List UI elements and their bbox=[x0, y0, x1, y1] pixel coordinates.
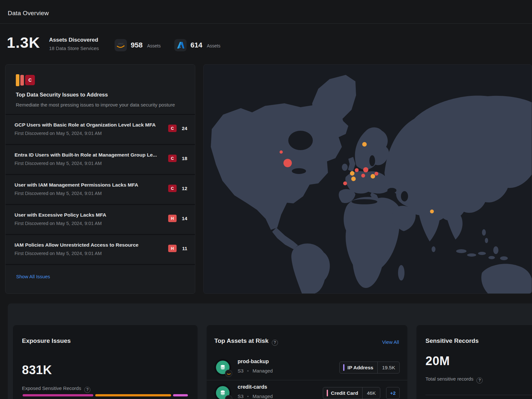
azure-icon bbox=[174, 39, 187, 51]
assets-discovered-value: 1.3K bbox=[7, 34, 40, 51]
dot-separator bbox=[247, 396, 249, 397]
sensitivity-chip[interactable]: IP Address 19.5K bbox=[339, 362, 400, 373]
aws-badge-icon bbox=[225, 370, 232, 377]
show-all-issues-link[interactable]: Show All Issues bbox=[16, 274, 50, 279]
exposure-issues-label: Exposed Sensitive Records? bbox=[22, 385, 90, 393]
asset-subtitle: S3 Managed bbox=[238, 394, 273, 399]
exposure-bar-segment bbox=[95, 394, 171, 396]
severity-badge: C bbox=[168, 155, 177, 162]
issue-count: 12 bbox=[181, 186, 187, 191]
critical-badge-icon: C bbox=[25, 75, 35, 85]
map-marker[interactable] bbox=[362, 142, 367, 147]
map-marker[interactable] bbox=[361, 174, 365, 178]
top-assets-title: Top Assets at Risk? bbox=[214, 337, 278, 346]
chip-accent-bar bbox=[343, 364, 344, 371]
severity-badge: C bbox=[168, 125, 177, 132]
records-divider bbox=[425, 395, 532, 395]
datastore-icon bbox=[214, 359, 231, 376]
asset-row[interactable]: prod-backup S3 Managed IP Address 19.5K bbox=[207, 355, 407, 380]
asset-row[interactable]: credit-cards S3 Managed Credit Card 46K … bbox=[207, 380, 407, 399]
sensitive-records-value: 20M bbox=[425, 354, 450, 368]
more-tags-chip[interactable]: +2 bbox=[386, 387, 400, 399]
chip-count: 19.5K bbox=[377, 362, 399, 373]
exposure-issues-card: Exposure Issues 831K Exposed Sensitive R… bbox=[13, 325, 198, 399]
map-marker[interactable] bbox=[280, 150, 283, 154]
asset-name: prod-backup bbox=[238, 359, 269, 364]
chip-label: Credit Card bbox=[331, 390, 358, 396]
issue-meta: First Discovered on May 5, 2024, 9:01 AM bbox=[15, 131, 168, 136]
help-icon[interactable]: ? bbox=[272, 340, 278, 346]
aws-icon: aws bbox=[115, 39, 127, 51]
azure-assets-unit: Assets bbox=[207, 43, 220, 48]
aws-assets-stat: aws 958 Assets bbox=[115, 39, 161, 51]
aws-badge-icon bbox=[225, 395, 232, 399]
aws-assets-unit: Assets bbox=[147, 43, 161, 48]
assets-discovered-label-block: Assets Discovered 18 Data Store Services bbox=[49, 37, 99, 51]
issue-title: IAM Policies Allow Unrestricted Access t… bbox=[15, 242, 168, 248]
top-issues-card: C Top Data Security Issues to Address Re… bbox=[5, 64, 195, 294]
issue-row[interactable]: GCP Users with Basic Role at Organizatio… bbox=[5, 114, 195, 144]
exposure-issues-value: 831K bbox=[22, 363, 52, 377]
issue-row[interactable]: User with Excessive Policy Lacks MFA Fir… bbox=[5, 204, 195, 234]
top-issues-footer: Show All Issues bbox=[5, 264, 195, 280]
issue-row[interactable]: IAM Policies Allow Unrestricted Access t… bbox=[5, 234, 195, 264]
svg-text:aws: aws bbox=[118, 42, 123, 45]
world-map-svg bbox=[204, 65, 532, 294]
aws-assets-value: 958 bbox=[131, 41, 143, 49]
map-marker[interactable] bbox=[363, 167, 368, 172]
map-marker[interactable] bbox=[343, 181, 347, 185]
exposure-bar-segment bbox=[173, 394, 188, 396]
issue-count: 14 bbox=[181, 216, 187, 221]
issue-meta: First Discovered on May 5, 2024, 9:01 AM bbox=[15, 191, 168, 196]
issue-title: User with Excessive Policy Lacks MFA bbox=[15, 212, 168, 218]
top-assets-card: Top Assets at Risk? View All bbox=[207, 325, 407, 399]
header-divider bbox=[0, 23, 532, 24]
assets-discovered-label: Assets Discovered bbox=[49, 37, 99, 43]
issue-meta: First Discovered on May 5, 2024, 9:01 AM bbox=[15, 161, 168, 166]
map-marker[interactable] bbox=[430, 210, 434, 213]
sensitive-records-label: Total sensitive records? bbox=[425, 376, 483, 384]
asset-service: S3 bbox=[238, 394, 243, 399]
top-issues-subtitle: Remediate the most pressing issues to im… bbox=[16, 102, 185, 107]
exposure-bar-segment bbox=[23, 394, 93, 396]
chip-accent-bar bbox=[327, 390, 328, 396]
view-all-link[interactable]: View All bbox=[382, 339, 399, 345]
sensitive-records-card: Sensitive Records 20M Total sensitive re… bbox=[416, 325, 532, 399]
bottom-panel: Exposure Issues 831K Exposed Sensitive R… bbox=[8, 303, 532, 399]
asset-name: credit-cards bbox=[238, 384, 267, 390]
asset-service: S3 bbox=[238, 368, 243, 373]
chip-label: IP Address bbox=[347, 365, 373, 371]
issue-meta: First Discovered on May 5, 2024, 9:01 AM bbox=[15, 251, 168, 256]
data-store-services-label: 18 Data Store Services bbox=[49, 46, 99, 51]
issue-row[interactable]: Entra ID Users with Built-In Role at Man… bbox=[5, 144, 195, 174]
top-issues-header: C Top Data Security Issues to Address Re… bbox=[5, 65, 195, 114]
exposure-bar bbox=[23, 394, 188, 396]
severity-stack-bar-orange bbox=[16, 74, 19, 86]
severity-badge: H bbox=[168, 215, 177, 222]
help-icon[interactable]: ? bbox=[476, 377, 483, 384]
help-icon[interactable]: ? bbox=[84, 387, 90, 393]
map-marker[interactable] bbox=[374, 172, 378, 176]
severity-badge: C bbox=[168, 185, 177, 192]
top-issues-title: Top Data Security Issues to Address bbox=[16, 92, 185, 98]
datastore-icon bbox=[214, 384, 231, 399]
severity-stack-bar-red bbox=[20, 75, 24, 86]
severity-stack-icon: C bbox=[16, 74, 185, 86]
world-map-card bbox=[203, 64, 532, 294]
issue-count: 18 bbox=[181, 156, 187, 161]
issue-row[interactable]: User with IAM Management Permissions Lac… bbox=[5, 174, 195, 204]
map-marker[interactable] bbox=[350, 171, 354, 176]
azure-assets-value: 614 bbox=[190, 41, 202, 49]
issue-title: GCP Users with Basic Role at Organizatio… bbox=[15, 122, 168, 128]
map-marker[interactable] bbox=[351, 177, 356, 181]
severity-badge: H bbox=[168, 245, 177, 252]
map-marker[interactable] bbox=[371, 174, 375, 179]
chip-count: 46K bbox=[362, 387, 380, 399]
map-marker[interactable] bbox=[283, 159, 292, 167]
dot-separator bbox=[247, 370, 249, 372]
issue-count: 11 bbox=[181, 246, 187, 251]
page-title: Data Overview bbox=[8, 10, 49, 17]
map-marker[interactable] bbox=[355, 168, 359, 172]
asset-status: Managed bbox=[252, 368, 273, 373]
sensitivity-chip[interactable]: Credit Card 46K bbox=[323, 387, 380, 399]
